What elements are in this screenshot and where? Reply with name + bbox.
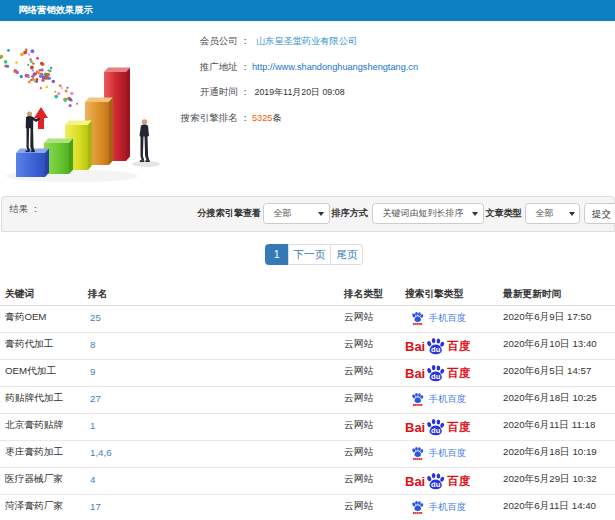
svg-text:du: du — [431, 426, 441, 435]
svg-text:du: du — [431, 372, 441, 381]
svg-text:du: du — [431, 345, 441, 354]
svg-text:du: du — [431, 480, 441, 489]
